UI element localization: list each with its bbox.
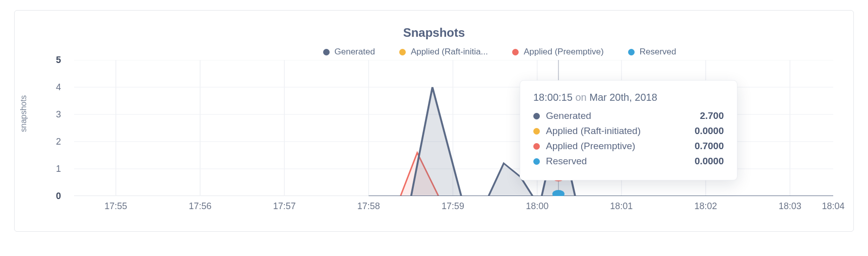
tooltip-timestamp: 18:00:15 on Mar 20th, 2018 [533, 92, 724, 103]
tooltip-on: on [575, 92, 586, 103]
tooltip-label: Generated [546, 110, 591, 121]
tooltip-value: 0.0000 [695, 125, 724, 137]
x-tick: 18:02 [694, 201, 717, 212]
tooltip-row-generated: Generated 2.700 [533, 110, 724, 121]
y-axis-label: snapshots [19, 95, 28, 132]
x-tick: 17:55 [104, 201, 127, 212]
chart-title: Snapshots [30, 26, 838, 40]
x-tick: 17:56 [189, 201, 211, 212]
legend-label: Applied (Preemptive) [524, 47, 604, 57]
x-tick: 18:04 [822, 201, 844, 212]
legend-label: Reserved [640, 47, 676, 57]
tooltip-label: Applied (Raft-initiated) [546, 125, 641, 137]
chart-tooltip: 18:00:15 on Mar 20th, 2018 Generated 2.7… [520, 80, 737, 180]
tooltip-value: 0.0000 [695, 156, 724, 167]
chart-legend: Generated Applied (Raft-initia... Applie… [161, 47, 838, 57]
x-tick: 18:03 [779, 201, 801, 212]
y-tick: 4 [56, 82, 61, 93]
y-tick: 0 [56, 191, 61, 202]
tooltip-dot-icon [533, 158, 540, 165]
legend-label: Generated [335, 47, 375, 57]
tooltip-row-applied-raft: Applied (Raft-initiated) 0.0000 [533, 125, 724, 137]
y-tick: 5 [56, 55, 61, 66]
legend-dot-icon [399, 49, 406, 55]
tooltip-dot-icon [533, 113, 540, 119]
tooltip-label: Applied (Preemptive) [546, 141, 635, 152]
x-tick: 17:59 [442, 201, 464, 212]
legend-item-applied-preemptive[interactable]: Applied (Preemptive) [512, 47, 604, 57]
tooltip-value: 0.7000 [695, 141, 724, 152]
tooltip-time: 18:00:15 [533, 92, 573, 103]
legend-dot-icon [323, 49, 330, 55]
legend-item-reserved[interactable]: Reserved [628, 47, 676, 57]
y-tick: 1 [56, 164, 61, 174]
legend-item-generated[interactable]: Generated [323, 47, 375, 57]
x-tick: 17:57 [273, 201, 296, 212]
chart-card: Snapshots Generated Applied (Raft-initia… [14, 10, 854, 232]
y-tick: 3 [56, 109, 61, 120]
legend-item-applied-raft[interactable]: Applied (Raft-initia... [399, 47, 488, 57]
x-tick: 18:00 [526, 201, 548, 212]
legend-dot-icon [628, 49, 635, 55]
y-tick: 2 [56, 137, 61, 147]
tooltip-row-applied-preemptive: Applied (Preemptive) 0.7000 [533, 141, 724, 152]
tooltip-row-reserved: Reserved 0.0000 [533, 156, 724, 167]
tooltip-dot-icon [533, 143, 540, 150]
x-tick: 17:58 [357, 201, 380, 212]
legend-dot-icon [512, 49, 519, 55]
tooltip-value: 2.700 [700, 110, 724, 121]
x-tick: 18:01 [610, 201, 633, 212]
legend-label: Applied (Raft-initia... [411, 47, 488, 57]
tooltip-label: Reserved [546, 156, 587, 167]
tooltip-date: Mar 20th, 2018 [589, 92, 657, 103]
tooltip-dot-icon [533, 128, 540, 135]
